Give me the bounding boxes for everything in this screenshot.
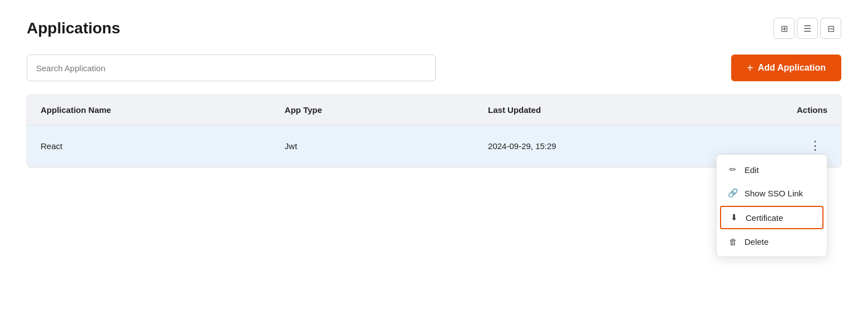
cell-app-name: React xyxy=(27,125,272,167)
plus-icon: + xyxy=(747,62,753,75)
grid-view-icon: ⊟ xyxy=(827,23,835,34)
edit-label: Edit xyxy=(744,165,759,175)
view-toggle-group: ⊞ ☰ ⊟ xyxy=(773,18,841,39)
table-view-toggle[interactable]: ☰ xyxy=(797,18,818,39)
list-view-icon: ⊞ xyxy=(781,23,788,34)
cell-last-updated: 2024-09-29, 15:29 xyxy=(475,125,719,167)
table-body: React Jwt 2024-09-29, 15:29 ⋮ ✏ Edit xyxy=(27,125,841,167)
search-input[interactable] xyxy=(27,55,436,81)
download-icon: ⬇ xyxy=(729,213,739,223)
certificate-label: Certificate xyxy=(746,213,783,223)
edit-menu-item[interactable]: ✏ Edit xyxy=(717,158,827,181)
col-header-name: Application Name xyxy=(27,95,272,125)
table-header: Application Name App Type Last Updated A… xyxy=(27,95,841,125)
delete-menu-item[interactable]: 🗑 Delete xyxy=(717,230,827,253)
add-application-button[interactable]: + Add Application xyxy=(731,55,841,81)
delete-label: Delete xyxy=(744,237,768,246)
actions-dropdown-menu: ✏ Edit 🔗 Show SSO Link ⬇ Certificate xyxy=(716,154,827,257)
cell-app-type: Jwt xyxy=(272,125,475,167)
applications-table: Application Name App Type Last Updated A… xyxy=(27,95,841,167)
edit-icon: ✏ xyxy=(728,165,738,175)
page-title: Applications xyxy=(27,19,120,37)
show-sso-label: Show SSO Link xyxy=(744,189,803,198)
add-button-label: Add Application xyxy=(758,63,826,73)
list-view-toggle[interactable]: ⊞ xyxy=(773,18,795,39)
link-icon: 🔗 xyxy=(728,188,738,198)
applications-table-wrapper: Application Name App Type Last Updated A… xyxy=(27,95,841,167)
table-view-icon: ☰ xyxy=(803,23,811,34)
cell-actions: ⋮ ✏ Edit 🔗 Show SSO Link xyxy=(719,125,841,167)
trash-icon: 🗑 xyxy=(728,237,738,246)
grid-view-toggle[interactable]: ⊟ xyxy=(820,18,841,39)
col-header-actions: Actions xyxy=(719,95,841,125)
table-header-row: Application Name App Type Last Updated A… xyxy=(27,95,841,125)
show-sso-link-menu-item[interactable]: 🔗 Show SSO Link xyxy=(717,181,827,205)
page-container: Applications ⊞ ☰ ⊟ + Add Application App… xyxy=(0,0,868,326)
certificate-menu-item[interactable]: ⬇ Certificate xyxy=(720,206,823,229)
page-header: Applications ⊞ ☰ ⊟ xyxy=(27,18,841,39)
toolbar-row: + Add Application xyxy=(27,55,841,81)
col-header-updated: Last Updated xyxy=(475,95,719,125)
col-header-type: App Type xyxy=(272,95,475,125)
table-row: React Jwt 2024-09-29, 15:29 ⋮ ✏ Edit xyxy=(27,125,841,167)
row-actions-button[interactable]: ⋮ xyxy=(803,136,827,155)
